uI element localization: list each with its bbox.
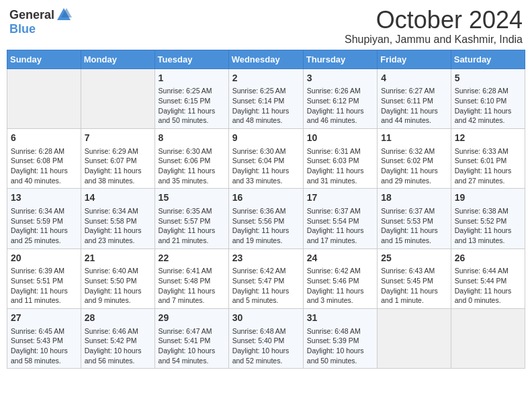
daylight-text: Daylight: 11 hours and 40 minutes. — [11, 166, 77, 185]
sunset-text: Sunset: 5:59 PM — [11, 216, 77, 226]
day-number: 1 — [159, 72, 225, 85]
sunset-text: Sunset: 6:02 PM — [381, 156, 447, 166]
sunrise-text: Sunrise: 6:28 AM — [455, 86, 521, 96]
day-number: 13 — [11, 191, 77, 205]
calendar-cell: 19Sunrise: 6:38 AMSunset: 5:52 PMDayligh… — [451, 189, 525, 248]
day-number: 16 — [232, 191, 300, 205]
daylight-text: Daylight: 10 hours and 58 minutes. — [11, 346, 77, 365]
daylight-text: Daylight: 11 hours and 27 minutes. — [455, 166, 521, 185]
day-number: 14 — [85, 191, 151, 205]
sunset-text: Sunset: 5:56 PM — [232, 216, 300, 226]
calendar-cell: 14Sunrise: 6:34 AMSunset: 5:58 PMDayligh… — [81, 189, 154, 248]
day-number: 26 — [455, 252, 521, 265]
daylight-text: Daylight: 11 hours and 50 minutes. — [159, 106, 225, 126]
sunset-text: Sunset: 5:58 PM — [85, 216, 151, 226]
sunrise-text: Sunrise: 6:35 AM — [159, 206, 225, 216]
sunrise-text: Sunrise: 6:42 AM — [232, 266, 300, 276]
calendar-cell: 1Sunrise: 6:25 AMSunset: 6:15 PMDaylight… — [154, 68, 228, 128]
calendar-cell: 30Sunrise: 6:48 AMSunset: 5:40 PMDayligh… — [228, 308, 303, 368]
daylight-text: Daylight: 11 hours and 3 minutes. — [307, 286, 373, 306]
sunrise-text: Sunrise: 6:44 AM — [455, 266, 521, 276]
calendar-cell: 31Sunrise: 6:48 AMSunset: 5:39 PMDayligh… — [303, 308, 377, 368]
sunrise-text: Sunrise: 6:33 AM — [455, 146, 521, 156]
calendar-cell: 5Sunrise: 6:28 AMSunset: 6:10 PMDaylight… — [451, 68, 525, 128]
daylight-text: Daylight: 11 hours and 48 minutes. — [232, 106, 300, 126]
daylight-text: Daylight: 11 hours and 46 minutes. — [307, 106, 373, 126]
day-number: 30 — [232, 312, 300, 325]
day-number: 7 — [85, 132, 151, 145]
calendar-cell: 15Sunrise: 6:35 AMSunset: 5:57 PMDayligh… — [154, 189, 228, 248]
sunrise-text: Sunrise: 6:37 AM — [307, 206, 373, 216]
daylight-text: Daylight: 11 hours and 15 minutes. — [381, 226, 447, 245]
calendar-cell — [451, 308, 525, 368]
sunrise-text: Sunrise: 6:47 AM — [159, 326, 225, 336]
day-number: 19 — [455, 191, 521, 205]
day-number: 9 — [232, 132, 300, 145]
sunset-text: Sunset: 6:12 PM — [307, 96, 373, 106]
calendar-cell: 10Sunrise: 6:31 AMSunset: 6:03 PMDayligh… — [303, 128, 377, 188]
sunset-text: Sunset: 5:39 PM — [307, 336, 373, 346]
sunset-text: Sunset: 5:44 PM — [455, 276, 521, 286]
calendar-cell: 18Sunrise: 6:37 AMSunset: 5:53 PMDayligh… — [378, 189, 451, 248]
calendar-cell — [7, 68, 81, 128]
day-number: 27 — [11, 312, 77, 325]
sunset-text: Sunset: 5:50 PM — [85, 276, 151, 286]
weekday-header-row: SundayMondayTuesdayWednesdayThursdayFrid… — [7, 50, 525, 68]
sunrise-text: Sunrise: 6:28 AM — [11, 146, 77, 156]
sunrise-text: Sunrise: 6:48 AM — [307, 326, 373, 336]
sunset-text: Sunset: 6:01 PM — [455, 156, 521, 166]
weekday-header-saturday: Saturday — [451, 50, 525, 68]
sunrise-text: Sunrise: 6:45 AM — [11, 326, 77, 336]
daylight-text: Daylight: 10 hours and 52 minutes. — [232, 346, 300, 365]
calendar-cell: 7Sunrise: 6:29 AMSunset: 6:07 PMDaylight… — [81, 128, 154, 188]
daylight-text: Daylight: 11 hours and 1 minute. — [381, 286, 447, 306]
day-number: 24 — [307, 252, 373, 265]
sunrise-text: Sunrise: 6:32 AM — [381, 146, 447, 156]
sunrise-text: Sunrise: 6:34 AM — [85, 206, 151, 216]
daylight-text: Daylight: 11 hours and 42 minutes. — [455, 106, 521, 126]
sunrise-text: Sunrise: 6:34 AM — [11, 206, 77, 216]
sunrise-text: Sunrise: 6:38 AM — [455, 206, 521, 216]
sunset-text: Sunset: 5:46 PM — [307, 276, 373, 286]
daylight-text: Daylight: 11 hours and 31 minutes. — [307, 166, 373, 185]
calendar-cell: 12Sunrise: 6:33 AMSunset: 6:01 PMDayligh… — [451, 128, 525, 188]
day-number: 29 — [159, 312, 225, 325]
sunrise-text: Sunrise: 6:48 AM — [232, 326, 300, 336]
day-number: 22 — [159, 252, 225, 265]
calendar-week-row: 1Sunrise: 6:25 AMSunset: 6:15 PMDaylight… — [7, 68, 525, 128]
daylight-text: Daylight: 11 hours and 7 minutes. — [159, 286, 225, 306]
daylight-text: Daylight: 11 hours and 35 minutes. — [159, 166, 225, 185]
logo-blue: Blue — [9, 23, 36, 35]
day-number: 11 — [381, 132, 447, 145]
sunset-text: Sunset: 6:08 PM — [11, 156, 77, 166]
calendar-cell: 28Sunrise: 6:46 AMSunset: 5:42 PMDayligh… — [81, 308, 154, 368]
day-number: 31 — [307, 312, 373, 325]
calendar-cell: 27Sunrise: 6:45 AMSunset: 5:43 PMDayligh… — [7, 308, 81, 368]
daylight-text: Daylight: 11 hours and 38 minutes. — [85, 166, 151, 185]
sunrise-text: Sunrise: 6:30 AM — [232, 146, 300, 156]
day-number: 28 — [85, 312, 151, 325]
daylight-text: Daylight: 11 hours and 0 minutes. — [455, 286, 521, 306]
sunset-text: Sunset: 5:47 PM — [232, 276, 300, 286]
daylight-text: Daylight: 11 hours and 29 minutes. — [381, 166, 447, 185]
sunset-text: Sunset: 6:06 PM — [159, 156, 225, 166]
day-number: 15 — [159, 191, 225, 205]
sunset-text: Sunset: 5:43 PM — [11, 336, 77, 346]
day-number: 25 — [381, 252, 447, 265]
location-title: Shupiyan, Jammu and Kashmir, India — [345, 34, 523, 46]
title-block: October 2024 Shupiyan, Jammu and Kashmir… — [345, 7, 523, 46]
sunset-text: Sunset: 5:45 PM — [381, 276, 447, 286]
daylight-text: Daylight: 11 hours and 23 minutes. — [85, 226, 151, 245]
daylight-text: Daylight: 11 hours and 33 minutes. — [232, 166, 300, 185]
logo-general: General — [9, 9, 54, 21]
calendar-cell: 9Sunrise: 6:30 AMSunset: 6:04 PMDaylight… — [228, 128, 303, 188]
calendar-cell: 8Sunrise: 6:30 AMSunset: 6:06 PMDaylight… — [154, 128, 228, 188]
calendar-cell: 2Sunrise: 6:25 AMSunset: 6:14 PMDaylight… — [228, 68, 303, 128]
daylight-text: Daylight: 10 hours and 50 minutes. — [307, 346, 373, 365]
logo-icon — [56, 7, 72, 23]
daylight-text: Daylight: 11 hours and 11 minutes. — [11, 286, 77, 306]
sunrise-text: Sunrise: 6:42 AM — [307, 266, 373, 276]
calendar-week-row: 6Sunrise: 6:28 AMSunset: 6:08 PMDaylight… — [7, 128, 525, 188]
calendar-cell: 25Sunrise: 6:43 AMSunset: 5:45 PMDayligh… — [378, 248, 451, 308]
daylight-text: Daylight: 11 hours and 21 minutes. — [159, 226, 225, 245]
